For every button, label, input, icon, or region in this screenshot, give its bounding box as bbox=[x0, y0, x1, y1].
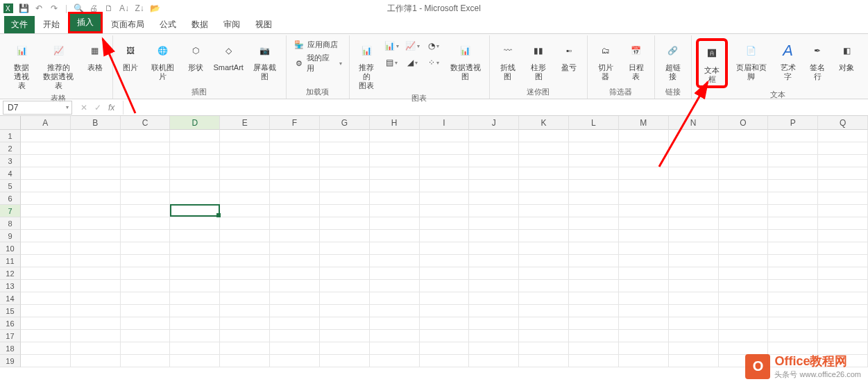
cell[interactable] bbox=[519, 355, 569, 367]
cell[interactable] bbox=[320, 155, 370, 167]
cell[interactable] bbox=[669, 217, 719, 230]
cell[interactable] bbox=[719, 280, 769, 292]
cell[interactable] bbox=[121, 142, 171, 155]
cell[interactable] bbox=[719, 167, 769, 180]
cell[interactable] bbox=[469, 205, 519, 217]
cell[interactable] bbox=[170, 142, 220, 155]
cell[interactable] bbox=[270, 180, 320, 192]
cell[interactable] bbox=[320, 280, 370, 292]
cell[interactable] bbox=[320, 355, 370, 367]
cell[interactable] bbox=[170, 342, 220, 355]
cell[interactable] bbox=[220, 280, 270, 292]
cell[interactable] bbox=[818, 155, 868, 167]
cell[interactable] bbox=[71, 217, 121, 230]
smartart-button[interactable]: ◇SmartArt bbox=[212, 38, 245, 74]
cell[interactable] bbox=[569, 330, 619, 342]
hyperlink-button[interactable]: 🔗超链接 bbox=[659, 38, 687, 83]
row-header[interactable]: 18 bbox=[0, 342, 21, 355]
row-header[interactable]: 2 bbox=[0, 142, 21, 155]
cell[interactable] bbox=[768, 317, 818, 330]
cell[interactable] bbox=[569, 130, 619, 142]
cell[interactable] bbox=[170, 130, 220, 142]
cell[interactable] bbox=[270, 280, 320, 292]
cell[interactable] bbox=[420, 317, 470, 330]
area-chart-button[interactable]: ◢ bbox=[403, 55, 423, 70]
cell[interactable] bbox=[121, 242, 171, 255]
cell[interactable] bbox=[320, 130, 370, 142]
cell[interactable] bbox=[121, 180, 171, 192]
cell[interactable] bbox=[519, 142, 569, 155]
cell[interactable] bbox=[71, 267, 121, 280]
row-header[interactable]: 5 bbox=[0, 180, 21, 192]
cell[interactable] bbox=[669, 230, 719, 242]
cell[interactable] bbox=[170, 267, 220, 280]
cell[interactable] bbox=[71, 130, 121, 142]
undo-icon[interactable]: ↶ bbox=[33, 3, 44, 14]
cell[interactable] bbox=[519, 205, 569, 217]
cell[interactable] bbox=[569, 317, 619, 330]
cell[interactable] bbox=[469, 305, 519, 317]
cell[interactable] bbox=[121, 317, 171, 330]
cell[interactable] bbox=[818, 280, 868, 292]
cell[interactable] bbox=[270, 255, 320, 267]
row-header[interactable]: 4 bbox=[0, 167, 21, 180]
bar-chart-button[interactable]: ▤ bbox=[382, 55, 402, 70]
cell[interactable] bbox=[71, 305, 121, 317]
cell[interactable] bbox=[669, 317, 719, 330]
cell[interactable] bbox=[21, 292, 71, 305]
signature-button[interactable]: ✒签名行 bbox=[804, 38, 831, 83]
cell[interactable] bbox=[320, 330, 370, 342]
cell[interactable] bbox=[121, 342, 171, 355]
screenshot-button[interactable]: 📷屏幕截图 bbox=[248, 38, 282, 83]
col-header[interactable]: A bbox=[21, 116, 71, 130]
row-header[interactable]: 16 bbox=[0, 317, 21, 330]
cell[interactable] bbox=[469, 180, 519, 192]
cell[interactable] bbox=[270, 230, 320, 242]
cell[interactable] bbox=[170, 205, 220, 217]
cell[interactable] bbox=[370, 230, 420, 242]
cell[interactable] bbox=[818, 317, 868, 330]
cell[interactable] bbox=[619, 205, 669, 217]
cell[interactable] bbox=[21, 242, 71, 255]
cell[interactable] bbox=[768, 280, 818, 292]
cell[interactable] bbox=[519, 255, 569, 267]
cell[interactable] bbox=[420, 180, 470, 192]
cell[interactable] bbox=[519, 130, 569, 142]
cell[interactable] bbox=[71, 342, 121, 355]
cell[interactable] bbox=[170, 355, 220, 367]
cell[interactable] bbox=[71, 317, 121, 330]
cell[interactable] bbox=[71, 167, 121, 180]
cell[interactable] bbox=[469, 230, 519, 242]
cell[interactable] bbox=[21, 355, 71, 367]
cell[interactable] bbox=[619, 317, 669, 330]
formula-input[interactable] bbox=[123, 101, 868, 115]
cell[interactable] bbox=[569, 355, 619, 367]
cancel-icon[interactable]: ✕ bbox=[80, 103, 87, 112]
tab-data[interactable]: 数据 bbox=[185, 16, 215, 33]
cell[interactable] bbox=[270, 192, 320, 205]
cell[interactable] bbox=[320, 242, 370, 255]
spreadsheet-grid[interactable]: ABCDEFGHIJKLMNOPQ 1234567891011121314151… bbox=[0, 116, 868, 384]
cell[interactable] bbox=[420, 242, 470, 255]
cell[interactable] bbox=[719, 330, 769, 342]
cell[interactable] bbox=[768, 192, 818, 205]
column-chart-button[interactable]: 📊 bbox=[382, 38, 402, 53]
cell[interactable] bbox=[220, 130, 270, 142]
cell[interactable] bbox=[469, 330, 519, 342]
cell[interactable] bbox=[669, 255, 719, 267]
cell[interactable] bbox=[71, 155, 121, 167]
cell[interactable] bbox=[420, 330, 470, 342]
cell[interactable] bbox=[519, 230, 569, 242]
sparkline-line-button[interactable]: 〰折线图 bbox=[494, 38, 522, 83]
cell[interactable] bbox=[170, 155, 220, 167]
cell[interactable] bbox=[569, 255, 619, 267]
cell[interactable] bbox=[420, 255, 470, 267]
cell[interactable] bbox=[71, 242, 121, 255]
cell[interactable] bbox=[270, 242, 320, 255]
cell[interactable] bbox=[320, 205, 370, 217]
cell[interactable] bbox=[270, 167, 320, 180]
cell[interactable] bbox=[469, 255, 519, 267]
cell[interactable] bbox=[71, 205, 121, 217]
cell[interactable] bbox=[519, 317, 569, 330]
cell[interactable] bbox=[420, 305, 470, 317]
